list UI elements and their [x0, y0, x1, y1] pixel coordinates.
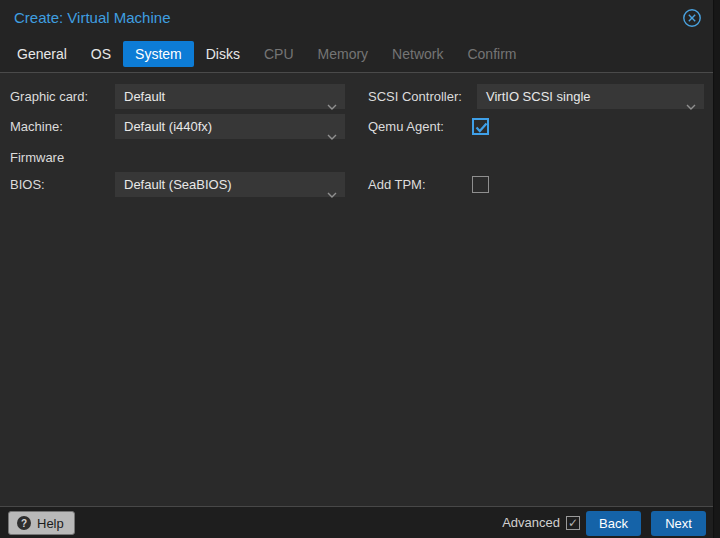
qemu-agent-label: Qemu Agent:: [368, 114, 444, 139]
background-page-edge: [715, 0, 720, 538]
scsi-controller-value: VirtIO SCSI single: [486, 89, 591, 104]
dialog-title: Create: Virtual Machine: [14, 0, 170, 36]
question-icon: ?: [17, 516, 31, 530]
help-button-label: Help: [37, 516, 64, 531]
chevron-down-icon: [686, 93, 696, 118]
machine-select[interactable]: Default (i440fx): [115, 114, 345, 139]
wizard-tabbar: General OS System Disks CPU Memory Netwo…: [0, 36, 713, 73]
machine-label: Machine:: [10, 114, 63, 139]
scsi-controller-select[interactable]: VirtIO SCSI single: [477, 84, 704, 109]
bios-label: BIOS:: [10, 172, 45, 197]
firmware-section-label: Firmware: [10, 148, 64, 168]
advanced-label: Advanced: [502, 507, 560, 538]
back-button[interactable]: Back: [586, 511, 641, 536]
graphic-card-select[interactable]: Default: [115, 84, 345, 109]
scsi-controller-label: SCSI Controller:: [368, 84, 462, 109]
tab-os[interactable]: OS: [79, 41, 123, 67]
tab-cpu: CPU: [252, 41, 306, 67]
create-vm-dialog: Create: Virtual Machine General OS Syste…: [0, 0, 714, 538]
bios-select[interactable]: Default (SeaBIOS): [115, 172, 345, 197]
tab-confirm: Confirm: [455, 41, 528, 67]
checkmark-icon: [475, 122, 488, 133]
qemu-agent-checkbox[interactable]: [472, 118, 489, 135]
next-button[interactable]: Next: [651, 511, 706, 536]
help-button[interactable]: ? Help: [8, 511, 75, 535]
graphic-card-value: Default: [124, 89, 165, 104]
tab-system[interactable]: System: [123, 41, 194, 67]
graphic-card-label: Graphic card:: [10, 84, 88, 109]
tab-disks[interactable]: Disks: [194, 41, 252, 67]
add-tpm-checkbox[interactable]: [472, 176, 489, 193]
close-icon[interactable]: [682, 8, 702, 28]
add-tpm-label: Add TPM:: [368, 172, 426, 197]
dialog-footer: ? Help Advanced ✓ Back Next: [0, 506, 713, 538]
system-tab-panel: Graphic card: Default Machine: Default (…: [0, 74, 713, 506]
chevron-down-icon: [327, 123, 337, 148]
tab-memory: Memory: [306, 41, 381, 67]
tab-network: Network: [380, 41, 455, 67]
chevron-down-icon: [327, 181, 337, 206]
machine-value: Default (i440fx): [124, 119, 212, 134]
advanced-checkbox[interactable]: ✓: [566, 516, 580, 530]
tab-general[interactable]: General: [5, 41, 79, 67]
bios-value: Default (SeaBIOS): [124, 177, 232, 192]
dialog-titlebar: Create: Virtual Machine: [0, 0, 713, 36]
